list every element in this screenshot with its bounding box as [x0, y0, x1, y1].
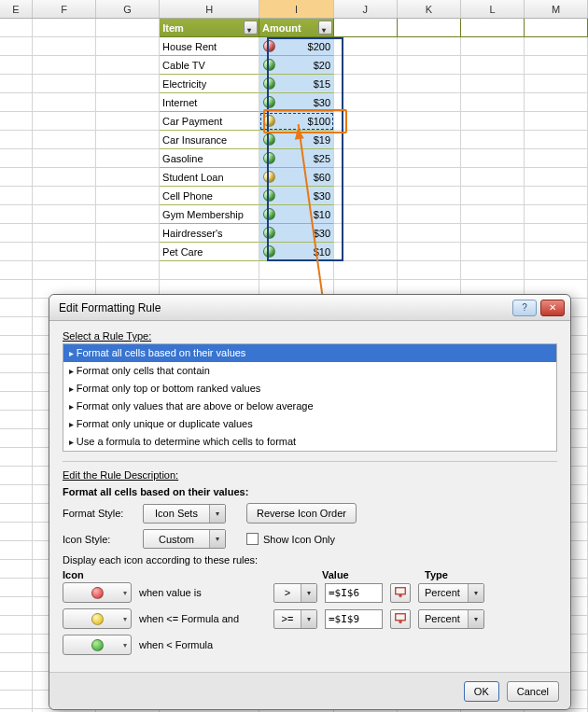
traffic-light-icon [263, 171, 275, 183]
item-cell[interactable]: Cell Phone [160, 187, 259, 205]
format-style-label: Format Style: [63, 508, 137, 519]
show-icon-only-label: Show Icon Only [263, 534, 335, 545]
col-e[interactable]: E [0, 0, 33, 18]
item-cell[interactable]: Gym Membership [160, 205, 259, 224]
svg-rect-1 [396, 614, 406, 621]
item-cell[interactable]: Internet [160, 93, 259, 112]
rule3-icon-dropdown[interactable] [63, 635, 132, 655]
rule-type-list[interactable]: Format all cells based on their values F… [63, 343, 557, 452]
rule1-type-dropdown[interactable]: Percent [418, 583, 484, 603]
col-l[interactable]: L [461, 0, 525, 18]
rule2-when-text: when <= Formula and [139, 613, 266, 624]
rule-type-item[interactable]: Use a formula to determine which cells t… [63, 433, 556, 451]
help-button[interactable]: ? [512, 300, 537, 316]
show-icon-only-checkbox[interactable]: Show Icon Only [246, 533, 335, 545]
amount-cell[interactable]: $30 [259, 93, 334, 112]
item-cell[interactable]: Car Insurance [160, 131, 259, 149]
col-i[interactable]: I [259, 0, 334, 18]
col-type-header: Type [425, 569, 481, 580]
traffic-light-icon [263, 77, 275, 90]
col-k[interactable]: K [398, 0, 461, 18]
item-cell[interactable]: Pet Care [160, 243, 259, 261]
amount-cell[interactable]: $10 [259, 243, 334, 261]
rule2-icon-dropdown[interactable] [63, 608, 132, 629]
select-rule-type-label: Select a Rule Type: [63, 330, 557, 342]
display-each-icon-label: Display each icon according to these rul… [63, 554, 557, 565]
traffic-light-icon [263, 59, 275, 71]
rule1-ref-button[interactable] [390, 583, 411, 603]
traffic-light-icon [263, 227, 275, 239]
dialog-title: Edit Formatting Rule [59, 301, 509, 314]
traffic-light-icon [263, 133, 275, 146]
format-style-dropdown[interactable]: Icon Sets [143, 504, 226, 524]
rule-type-item[interactable]: Format only values that are above or bel… [63, 398, 556, 415]
traffic-light-icon [263, 189, 275, 202]
rule2-operator-dropdown[interactable]: >= [273, 609, 317, 629]
rule-type-item[interactable]: Format only cells that contain [63, 362, 556, 380]
item-cell[interactable]: Car Payment [160, 112, 259, 131]
rule2-type-dropdown[interactable]: Percent [418, 609, 484, 629]
traffic-light-icon [263, 40, 275, 52]
col-value-header: Value [322, 569, 425, 580]
amount-cell[interactable]: $30 [259, 187, 334, 205]
amount-cell[interactable]: $200 [259, 37, 334, 56]
item-cell[interactable]: House Rent [160, 37, 259, 56]
rule2-value-input[interactable] [325, 609, 383, 629]
rule-type-item[interactable]: Format only unique or duplicate values [63, 415, 556, 433]
item-cell[interactable]: Student Loan [160, 168, 259, 187]
item-cell[interactable]: Cable TV [160, 56, 259, 75]
amount-cell[interactable]: $19 [259, 131, 334, 149]
rule1-when-text: when value is [139, 587, 266, 598]
traffic-light-icon [263, 96, 275, 108]
format-all-cells-label: Format all cells based on their values: [63, 486, 557, 497]
rule1-operator-dropdown[interactable]: > [273, 583, 317, 603]
filter-dropdown-icon[interactable] [244, 21, 258, 35]
rule3-when-text: when < Formula [139, 639, 266, 650]
table-header-item[interactable]: Item [160, 19, 259, 37]
column-headers: E F G H I J K L M [0, 0, 588, 19]
cancel-button[interactable]: Cancel [507, 681, 559, 702]
rule2-ref-button[interactable] [390, 609, 411, 629]
col-j[interactable]: J [334, 0, 398, 18]
amount-cell[interactable]: $15 [259, 75, 334, 93]
amount-cell[interactable]: $100 [259, 112, 334, 131]
table-header-amount[interactable]: Amount [259, 19, 334, 37]
reverse-icon-order-button[interactable]: Reverse Icon Order [246, 503, 357, 524]
col-f[interactable]: F [33, 0, 96, 18]
edit-rule-description-label: Edit the Rule Description: [63, 469, 557, 481]
filter-dropdown-icon[interactable] [318, 21, 332, 35]
item-cell[interactable]: Electricity [160, 75, 259, 93]
traffic-light-icon [263, 152, 275, 164]
amount-cell[interactable]: $30 [259, 224, 334, 243]
item-cell[interactable]: Gasoline [160, 149, 259, 168]
col-icon-header: Icon [63, 569, 145, 580]
item-cell[interactable]: Hairdresser's [160, 224, 259, 243]
col-m[interactable]: M [525, 0, 588, 18]
svg-rect-0 [396, 588, 406, 594]
icon-style-dropdown[interactable]: Custom [143, 529, 226, 549]
amount-cell[interactable]: $10 [259, 205, 334, 224]
close-button[interactable]: ✕ [540, 300, 565, 316]
traffic-light-icon [263, 208, 275, 220]
rule-type-item[interactable]: Format only top or bottom ranked values [63, 380, 556, 398]
amount-cell[interactable]: $25 [259, 149, 334, 168]
amount-cell[interactable]: $20 [259, 56, 334, 75]
amount-cell[interactable]: $60 [259, 168, 334, 187]
ok-button[interactable]: OK [464, 681, 499, 702]
rule1-icon-dropdown[interactable] [63, 582, 132, 603]
col-g[interactable]: G [96, 0, 160, 18]
traffic-light-icon [263, 245, 275, 258]
rule-type-item[interactable]: Format all cells based on their values [63, 344, 556, 362]
rule1-value-input[interactable] [325, 583, 383, 603]
traffic-light-icon [263, 115, 275, 127]
col-h[interactable]: H [160, 0, 259, 18]
icon-style-label: Icon Style: [63, 534, 137, 545]
edit-formatting-rule-dialog: Edit Formatting Rule ? ✕ Select a Rule T… [49, 294, 571, 710]
